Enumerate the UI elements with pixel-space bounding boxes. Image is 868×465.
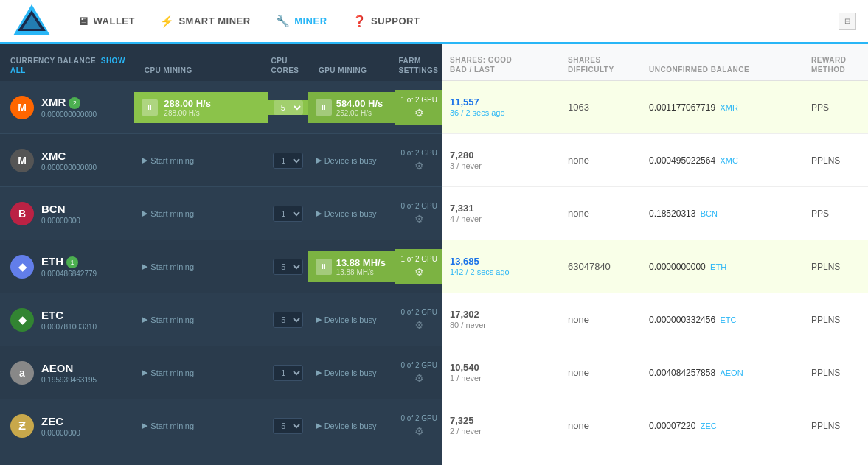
rcell-shares-aeon: 10,540 1 / never: [442, 356, 560, 389]
gpu-cell-zec: ▶ Device is busy: [308, 415, 396, 436]
rcell-diff-aeon: none: [560, 361, 642, 384]
cpu-start-btn-zec[interactable]: ▶ Start mining: [142, 421, 194, 430]
cpu-cell-bcn: ▶ Start mining: [134, 203, 268, 224]
currency-name-xmr: XMR: [41, 96, 66, 108]
gpu-start-btn-aeon[interactable]: ▶ Device is busy: [316, 368, 377, 377]
nav-items: 🖥 WALLET ⚡ SMART MINER 🔧 MINER ❓ SUPPORT: [67, 10, 839, 32]
settings-icon-bcn[interactable]: ⚙: [414, 213, 424, 225]
gpu-start-btn-etc[interactable]: ▶ Device is busy: [316, 315, 377, 324]
gpu-pause-btn-xmr[interactable]: ⏸: [316, 99, 332, 116]
nav-wallet[interactable]: 🖥 WALLET: [67, 10, 145, 32]
rcell-shares-eth: 13,685 142 / 2 secs ago: [442, 250, 560, 283]
play-icon-gpu: ▶: [316, 315, 322, 324]
rcell-reward-aeon: PPLNS: [804, 362, 868, 384]
rcell-unconfirmed-eth: 0.0000000000 ETH: [642, 256, 804, 278]
currency-balance-header: CURRENCY BALANCE Show all: [10, 56, 134, 75]
cpu-cores-cell-xmc: 1: [268, 153, 308, 169]
gpu-start-btn-xmc[interactable]: ▶ Device is busy: [316, 155, 377, 165]
gpu-pause-btn-eth[interactable]: ⏸: [316, 259, 332, 275]
cpu-start-btn-aeon[interactable]: ▶ Start mining: [142, 368, 194, 377]
settings-icon-zec[interactable]: ⚙: [414, 425, 424, 437]
gpu-cell-xmr: ⏸ 584.00 H/s 252.00 H/s: [308, 92, 396, 123]
currency-balance-zec: 0.00000000: [41, 429, 80, 437]
gpu-start-btn-bcn[interactable]: ▶ Device is busy: [316, 209, 377, 218]
cpu-cell-aeon: ▶ Start mining: [134, 362, 268, 383]
nav-smart-miner[interactable]: ⚡ SMART MINER: [150, 10, 261, 32]
rcell-reward-eth: PPLNS: [804, 256, 868, 278]
cpu-pause-btn-xmr[interactable]: ⏸: [142, 99, 158, 116]
currency-row-xmc: M XMC 0.000000000000 ▶ Start mining 1 ▶ …: [0, 134, 442, 187]
rcell-reward-xmr: PPS: [804, 97, 868, 119]
rcol-header-shares-good: SHARES: GOOD BAD / LAST: [442, 55, 560, 74]
logo: [12, 1, 67, 41]
cpu-cores-cell-aeon: 1: [268, 365, 308, 381]
currency-name-etc: ETC: [41, 309, 63, 321]
currency-cell-eth: ◆ ETH1 0.000486842779: [0, 248, 134, 286]
farm-cell-eth: 1 of 2 GPU ⚙: [395, 249, 442, 284]
cpu-cores-select-aeon[interactable]: 1: [273, 365, 303, 381]
cpu-cell-eth: ▶ Start mining: [134, 256, 268, 277]
right-row-xmc: 7,280 3 / never none 0.000495022564 XMC …: [442, 134, 868, 187]
settings-icon-aeon[interactable]: ⚙: [414, 372, 424, 384]
farm-cell-zec: 0 of 2 GPU ⚙: [395, 408, 442, 443]
cpu-start-btn-xmc[interactable]: ▶ Start mining: [142, 155, 194, 165]
cpu-start-btn-etc[interactable]: ▶ Start mining: [142, 315, 194, 324]
gpu-cell-bcn: ▶ Device is busy: [308, 203, 396, 224]
nav-miner-label: MINER: [294, 15, 327, 27]
rcell-reward-etc: PPLNS: [804, 309, 868, 331]
cpu-start-btn-bcn[interactable]: ▶ Start mining: [142, 209, 194, 218]
currency-balance-bcn: 0.00000000: [41, 217, 80, 225]
shares-good-header: SHARES: GOOD BAD / LAST: [450, 55, 553, 74]
col-header-currency: CURRENCY BALANCE Show all: [0, 56, 134, 75]
currency-icon-zec: Ƶ: [10, 414, 34, 438]
gpu-start-btn-zec[interactable]: ▶ Device is busy: [316, 421, 377, 430]
right-row-zec: 7,325 2 / never none 0.00007220 ZEC PPLN…: [442, 399, 868, 452]
currency-icon-aeon: a: [10, 361, 34, 385]
col-header-gpu: GPU MINING: [308, 66, 396, 75]
currency-cell-zec: Ƶ ZEC 0.00000000: [0, 407, 134, 445]
cpu-cell-etc: ▶ Start mining: [134, 309, 268, 330]
col-header-farm: FARM SETTINGS: [395, 56, 442, 75]
main-content: CURRENCY BALANCE Show all CPU MINING CPU…: [0, 44, 868, 465]
rcell-diff-eth: 63047840: [560, 255, 642, 278]
farm-cell-xmc: 0 of 2 GPU ⚙: [395, 143, 442, 178]
currency-row-xmr: M XMR2 0.000000000000 ⏸ 288.00 H/s 288.0…: [0, 81, 442, 134]
settings-icon-xmc[interactable]: ⚙: [414, 160, 424, 172]
minimize-button[interactable]: ⊟: [839, 13, 856, 30]
right-col-headers: SHARES: GOOD BAD / LAST SHARES DIFFICULT…: [442, 44, 868, 81]
cpu-cores-select-eth[interactable]: 5: [273, 259, 303, 275]
cpu-mining-header: CPU MINING: [145, 66, 268, 75]
currency-name-aeon: AEON: [41, 362, 73, 374]
miner-icon: 🔧: [276, 15, 291, 28]
cpu-cores-select-xmc[interactable]: 1: [273, 153, 303, 169]
play-icon: ▶: [142, 421, 147, 430]
currency-cell-xmc: M XMC 0.000000000000: [0, 141, 134, 180]
cpu-cores-select-bcn[interactable]: 1: [273, 206, 303, 222]
lightning-icon: ⚡: [160, 15, 175, 28]
rcell-reward-xmc: PPLNS: [804, 150, 868, 172]
rcell-shares-xmr: 11,557 36 / 2 secs ago: [442, 91, 560, 124]
cpu-cores-select-xmr[interactable]: 5: [274, 100, 303, 115]
rcell-diff-zec: none: [560, 414, 642, 437]
right-panel: SHARES: GOOD BAD / LAST SHARES DIFFICULT…: [442, 44, 868, 465]
nav-miner[interactable]: 🔧 MINER: [265, 10, 338, 32]
play-icon: ▶: [142, 155, 147, 165]
settings-icon-xmr[interactable]: ⚙: [414, 107, 424, 119]
wallet-icon: 🖥: [77, 15, 89, 27]
cpu-cores-select-etc[interactable]: 5: [273, 312, 303, 328]
cpu-hashrate-xmr: 288.00 H/s 288.00 H/s: [164, 98, 211, 117]
cpu-start-btn-eth[interactable]: ▶ Start mining: [142, 262, 194, 271]
rcell-diff-xmr: 1063: [560, 96, 642, 119]
right-rows: 11,557 36 / 2 secs ago 1063 0.0011770677…: [442, 81, 868, 465]
settings-icon-etc[interactable]: ⚙: [414, 319, 424, 331]
currency-balance-xmc: 0.000000000000: [41, 164, 97, 172]
cpu-cores-select-zec[interactable]: 5: [273, 418, 303, 434]
rcell-diff-etc: none: [560, 308, 642, 331]
settings-icon-eth[interactable]: ⚙: [414, 266, 424, 278]
nav-smart-miner-label: SMART MINER: [178, 15, 250, 27]
cpu-cores-cell-bcn: 1: [268, 206, 308, 222]
currency-balance-aeon: 0.195939463195: [41, 376, 97, 384]
nav-wallet-label: WALLET: [94, 15, 135, 27]
currency-balance-etc: 0.000781003310: [41, 323, 97, 331]
nav-support[interactable]: ❓ SUPPORT: [342, 10, 431, 32]
